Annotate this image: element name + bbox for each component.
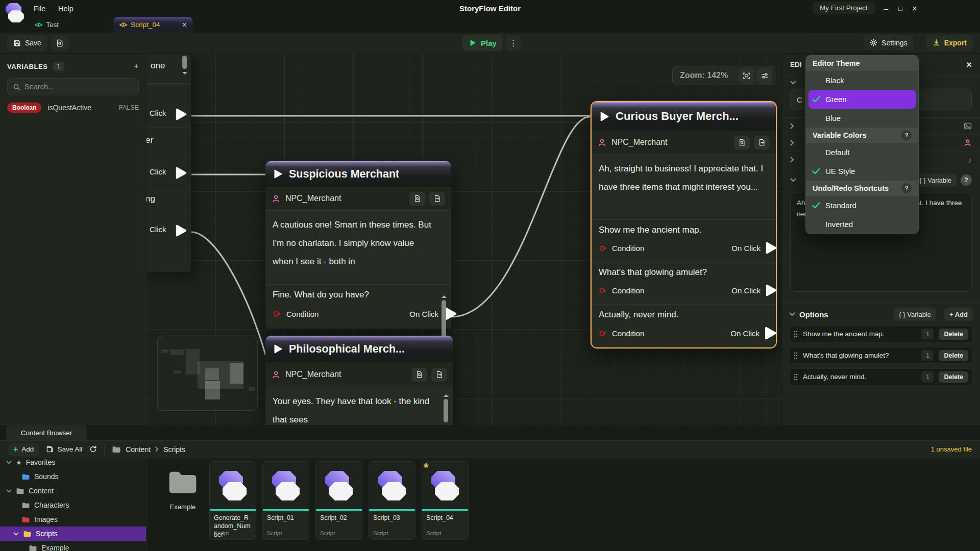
option-row[interactable]: Actually, never mind. 1 Delete — [789, 368, 973, 385]
breadcrumb-current[interactable]: Scripts — [163, 445, 185, 454]
insert-variable-button[interactable]: { } Variable — [894, 308, 936, 321]
node-header[interactable]: Philosophical Merch... — [265, 336, 453, 362]
scrollbar-thumb[interactable] — [442, 300, 446, 340]
file-search-button[interactable] — [409, 192, 425, 206]
asset-card-unsaved[interactable]: * Script_04 Script — [422, 461, 469, 540]
play-button[interactable]: Play — [462, 35, 503, 51]
node-header[interactable]: Suspicious Merchant — [265, 161, 451, 187]
drag-handle-icon[interactable] — [794, 352, 798, 359]
play-options-button[interactable]: ⋮ — [506, 35, 521, 51]
refresh-button[interactable] — [89, 445, 97, 453]
menu-item-blue[interactable]: Blue — [806, 109, 918, 128]
content-browser-tab[interactable]: Content Browser — [6, 425, 87, 440]
insert-variable-button[interactable]: { } Variable — [914, 173, 957, 187]
delete-option-button[interactable]: Delete — [939, 350, 968, 361]
delete-option-button[interactable]: Delete — [939, 329, 968, 340]
menu-item-green-selected[interactable]: Green — [808, 90, 916, 109]
asset-card[interactable]: Generate_Random_Number Script — [209, 461, 256, 540]
menu-item-ue-style[interactable]: UE Style — [806, 162, 918, 181]
scroll-down-icon[interactable] — [182, 72, 187, 77]
tree-item-scripts-selected[interactable]: Scripts — [0, 527, 146, 541]
scroll-up-icon[interactable] — [444, 392, 449, 397]
node-dialogue-text[interactable]: Your eyes. They have that look - the kin… — [265, 387, 453, 425]
tab-test[interactable]: </> Test — [35, 17, 59, 33]
fit-view-button[interactable] — [739, 68, 754, 83]
offscreen-node[interactable]: one Click er Click ng Click — [146, 54, 191, 272]
scrollbar-thumb[interactable] — [444, 399, 448, 422]
output-port[interactable] — [764, 241, 777, 255]
output-port[interactable] — [174, 108, 187, 121]
condition-label[interactable]: Condition — [612, 244, 644, 253]
file-search-button[interactable] — [411, 368, 427, 382]
variable-row[interactable]: Boolean isQuestActive FALSE — [7, 103, 139, 113]
asset-card[interactable]: Script_03 Script — [369, 461, 415, 540]
maximize-icon[interactable]: □ — [893, 0, 908, 17]
condition-label[interactable]: Condition — [612, 329, 644, 338]
condition-label[interactable]: Condition — [612, 286, 644, 295]
canvas-settings-button[interactable] — [757, 68, 772, 83]
chevron-down-icon[interactable] — [13, 532, 19, 536]
chevron-down-icon[interactable] — [790, 178, 796, 182]
chevron-down-icon[interactable] — [6, 461, 12, 464]
tree-item-images[interactable]: Images — [0, 512, 146, 527]
save-all-button[interactable]: Save All — [46, 445, 82, 453]
option-row[interactable]: What's that glowing amulet? 1 Delete — [789, 347, 973, 364]
help-icon[interactable]: ? — [901, 130, 912, 140]
close-window-icon[interactable]: × — [908, 0, 922, 17]
node-option[interactable]: What's that glowing amulet? Condition On… — [592, 262, 776, 304]
add-variable-icon[interactable]: + — [133, 61, 139, 72]
file-export-button[interactable] — [754, 136, 770, 149]
node-philosophical-merchant[interactable]: Philosophical Merch... NPC_Merchant Your… — [265, 336, 453, 425]
tree-item-example[interactable]: Example — [0, 541, 146, 551]
drag-handle-icon[interactable] — [794, 373, 798, 381]
file-search-button[interactable] — [52, 35, 69, 51]
scroll-up-icon[interactable] — [442, 293, 447, 298]
menu-item-default[interactable]: Default — [806, 143, 918, 162]
delete-option-button[interactable]: Delete — [939, 371, 968, 383]
export-button[interactable]: Export — [926, 35, 973, 51]
breadcrumb-root[interactable]: Content — [126, 445, 151, 454]
node-suspicious-merchant[interactable]: Suspicious Merchant NPC_Merchant A cauti… — [265, 161, 451, 329]
tree-item-characters[interactable]: Characters — [0, 498, 146, 512]
node-dialogue-text[interactable]: Ah, straight to business! I appreciate t… — [592, 154, 776, 219]
help-icon[interactable]: ? — [901, 183, 912, 193]
node-curious-buyer-merchant[interactable]: Curious Buyer Merch... NPC_Merchant Ah, … — [591, 101, 777, 348]
chevron-down-icon[interactable] — [789, 312, 795, 316]
node-canvas[interactable]: one Click er Click ng Click Suspicious M… — [146, 54, 781, 425]
tree-item-sounds[interactable]: Sounds — [0, 469, 146, 484]
minimap[interactable] — [157, 336, 258, 411]
node-option[interactable]: Show me the ancient map. Condition On Cl… — [592, 219, 776, 262]
drag-handle-icon[interactable] — [794, 331, 798, 338]
asset-folder-example[interactable]: Example — [159, 461, 206, 511]
output-port[interactable] — [174, 166, 187, 180]
tree-item-content[interactable]: Content — [0, 484, 146, 498]
add-option-button[interactable]: + Add — [944, 308, 973, 321]
menu-item-black[interactable]: Black — [806, 71, 918, 90]
minimize-icon[interactable]: – — [879, 0, 893, 17]
help-icon[interactable]: ? — [961, 174, 972, 186]
add-asset-button[interactable]: + Add — [8, 443, 39, 456]
tab-script-04[interactable]: </> Script_04 × — [113, 17, 193, 33]
option-label[interactable]: Fine. What do you have? — [265, 284, 451, 301]
output-port[interactable] — [763, 326, 777, 340]
output-port[interactable] — [174, 224, 187, 237]
file-export-button[interactable] — [431, 368, 447, 382]
close-panel-icon[interactable]: × — [966, 59, 972, 70]
menu-item-standard[interactable]: Standard — [806, 196, 918, 215]
asset-card[interactable]: Script_02 Script — [315, 461, 362, 540]
node-dialogue-text[interactable]: A cautious one! Smart in these times. Bu… — [265, 210, 451, 284]
output-port[interactable] — [764, 284, 777, 297]
file-search-button[interactable] — [734, 136, 750, 149]
asset-card[interactable]: Script_01 Script — [262, 461, 309, 540]
node-header[interactable]: Curious Buyer Merch... — [592, 102, 776, 131]
save-button[interactable]: Save — [7, 35, 47, 51]
condition-label[interactable]: Condition — [286, 310, 318, 318]
file-export-button[interactable] — [429, 192, 445, 206]
variables-search[interactable] — [7, 78, 139, 95]
tree-item-favorites[interactable]: ★ Favorites — [0, 458, 146, 469]
option-label[interactable]: Actually, never mind. — [592, 304, 776, 321]
node-option[interactable]: Actually, never mind. Condition On Click — [592, 304, 776, 347]
chevron-down-icon[interactable] — [6, 489, 12, 493]
option-row[interactable]: Show me the ancient map. 1 Delete — [789, 325, 973, 342]
option-label[interactable]: Show me the ancient map. — [592, 219, 776, 236]
